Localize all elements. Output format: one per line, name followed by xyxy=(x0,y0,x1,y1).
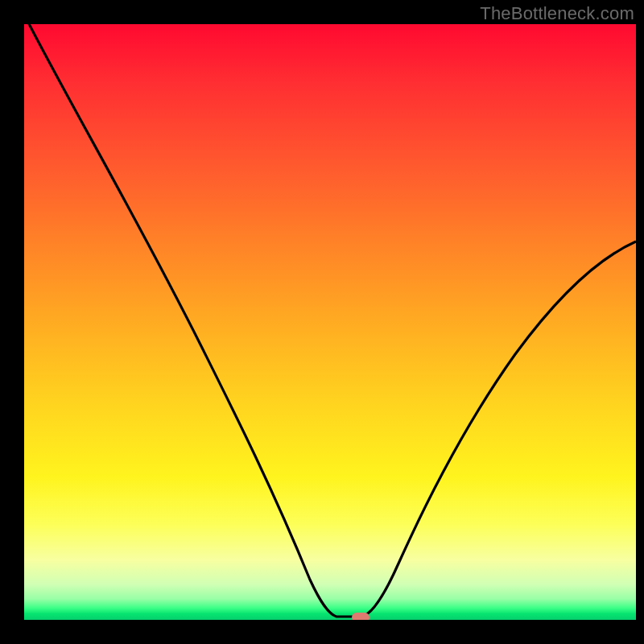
watermark-text: TheBottleneck.com xyxy=(480,3,634,24)
plot-area xyxy=(24,24,636,620)
curve-path xyxy=(25,24,636,617)
bottleneck-curve xyxy=(24,24,636,620)
chart-frame: TheBottleneck.com xyxy=(0,0,644,644)
optimal-point-marker xyxy=(352,613,369,620)
